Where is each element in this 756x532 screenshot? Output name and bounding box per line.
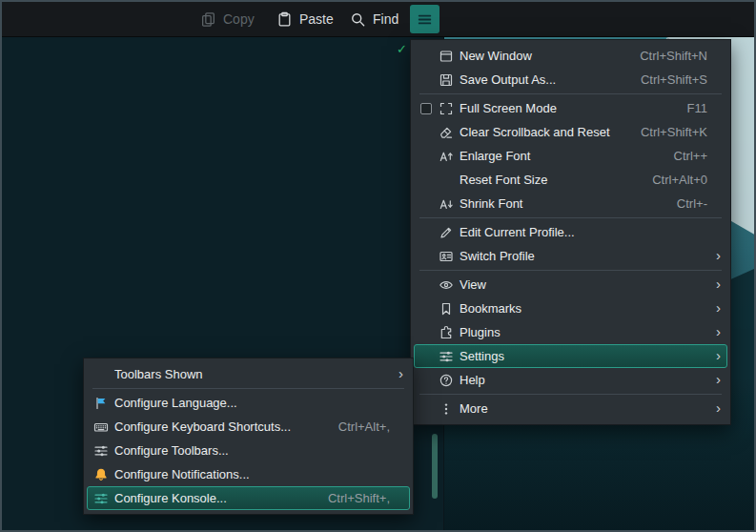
chevron-right-icon: › (711, 348, 721, 362)
shortcut-label: Ctrl+Shift+N (640, 49, 707, 63)
bookmarks-icon (439, 301, 454, 317)
font-up-icon (439, 149, 454, 164)
menu-item-label: Configure Konsole... (114, 491, 227, 505)
menu-item-clear-scrollback-and-reset[interactable]: Clear Scrollback and ResetCtrl+Shift+K (414, 120, 727, 144)
notifications-icon (93, 467, 109, 482)
menu-item-more[interactable]: More› (414, 397, 727, 420)
success-indicator: ✓ (397, 42, 407, 56)
clear-history-icon (439, 125, 454, 140)
menu-item-label: Bookmarks (460, 301, 521, 316)
font-down-icon (439, 196, 454, 212)
menu-separator (419, 394, 722, 395)
menu-item-plugins[interactable]: Plugins› (414, 320, 727, 344)
menu-item-label: New Window (460, 49, 532, 63)
menu-item-label: More (460, 401, 488, 416)
menu-item-label: Settings (460, 349, 504, 363)
menu-item-full-screen-mode[interactable]: Full Screen ModeF11 (414, 96, 727, 120)
menu-item-configure-language[interactable]: Configure Language... (87, 391, 410, 415)
menu-item-label: Help (460, 373, 485, 387)
shortcut-label: F11 (687, 101, 707, 115)
paste-icon (276, 11, 293, 28)
menu-item-label: Save Output As... (460, 72, 556, 87)
copy-button[interactable]: Copy (191, 5, 264, 33)
hamburger-menu-button[interactable] (410, 5, 439, 33)
menu-item-label: Configure Keyboard Shortcuts... (114, 419, 291, 434)
main-menu: New WindowCtrl+Shift+NSave Output As...C… (410, 39, 731, 425)
more-icon (439, 401, 454, 417)
menu-separator (419, 93, 722, 94)
menu-item-edit-current-profile[interactable]: Edit Current Profile... (414, 220, 727, 244)
menu-item-configure-notifications[interactable]: Configure Notifications... (87, 462, 410, 486)
chevron-right-icon: › (711, 400, 721, 415)
chevron-right-icon: › (711, 324, 721, 338)
menu-item-label: Shrink Font (460, 196, 522, 211)
copy-button-label: Copy (223, 11, 255, 27)
menu-item-label: Edit Current Profile... (460, 225, 575, 239)
toolbar: Copy Paste Find (2, 2, 754, 37)
menu-item-label: Reset Font Size (460, 173, 548, 187)
search-icon (350, 11, 366, 28)
shortcut-label: Ctrl+Alt+, (338, 419, 390, 434)
menu-item-label: Full Screen Mode (460, 101, 557, 115)
settings-icon (439, 349, 454, 364)
menu-separator (419, 270, 722, 271)
find-button[interactable]: Find (340, 5, 408, 33)
language-icon (93, 396, 109, 411)
menu-separator (92, 388, 404, 389)
shortcut-label: Ctrl+Shift+K (641, 125, 707, 139)
menu-separator (419, 217, 722, 218)
paste-button[interactable]: Paste (267, 5, 343, 33)
menu-item-bookmarks[interactable]: Bookmarks› (414, 297, 727, 320)
menu-item-view[interactable]: View› (414, 273, 727, 297)
find-button-label: Find (373, 11, 398, 27)
menu-item-label: Switch Profile (460, 249, 535, 263)
menu-item-enlarge-font[interactable]: Enlarge FontCtrl++ (414, 144, 727, 168)
konsole-window: Copy Paste Find ✓ New WindowCtrl+Shift+N… (0, 0, 756, 532)
shortcut-label: Ctrl+- (677, 196, 707, 211)
fullscreen-icon (439, 101, 454, 116)
chevron-right-icon: › (711, 300, 721, 315)
icon-placeholder (439, 173, 454, 188)
toolbars-icon (93, 443, 109, 459)
menu-item-switch-profile[interactable]: Switch Profile› (414, 244, 727, 268)
settings-submenu: Toolbars Shown›Configure Language...Conf… (83, 358, 414, 515)
keyboard-icon (93, 419, 109, 435)
menu-item-configure-keyboard-shortcuts[interactable]: Configure Keyboard Shortcuts...Ctrl+Alt+… (87, 415, 410, 439)
chevron-right-icon: › (711, 372, 721, 386)
menu-item-new-window[interactable]: New WindowCtrl+Shift+N (414, 44, 727, 68)
menu-item-label: Configure Language... (114, 396, 237, 410)
menu-item-label: Enlarge Font (460, 149, 530, 163)
menu-item-shrink-font[interactable]: Shrink FontCtrl+- (414, 192, 727, 215)
paste-button-label: Paste (299, 11, 334, 27)
menu-item-label: Clear Scrollback and Reset (460, 125, 610, 139)
shortcut-label: Ctrl+Shift+S (641, 72, 707, 87)
menu-item-save-output-as[interactable]: Save Output As...Ctrl+Shift+S (414, 68, 727, 92)
menu-item-reset-font-size[interactable]: Reset Font SizeCtrl+Alt+0 (414, 168, 727, 192)
menu-item-toolbars-shown[interactable]: Toolbars Shown› (87, 362, 410, 386)
switch-profile-icon (439, 249, 454, 264)
hamburger-icon (416, 10, 434, 29)
chevron-right-icon: › (394, 366, 403, 380)
shortcut-label: Ctrl+Alt+0 (652, 173, 707, 187)
view-icon (439, 277, 454, 293)
menu-item-settings[interactable]: Settings› (414, 344, 727, 368)
shortcut-label: Ctrl+Shift+, (328, 491, 390, 505)
menu-item-label: Plugins (460, 325, 501, 339)
edit-profile-icon (439, 225, 454, 240)
menu-item-label: Configure Notifications... (114, 467, 250, 481)
menu-item-configure-toolbars[interactable]: Configure Toolbars... (87, 439, 410, 462)
shortcut-label: Ctrl++ (674, 149, 707, 163)
menu-item-label: View (460, 277, 486, 292)
save-icon (439, 72, 454, 88)
chevron-right-icon: › (711, 248, 721, 262)
menu-item-help[interactable]: Help› (414, 368, 727, 392)
plugins-icon (439, 325, 454, 340)
menu-item-label: Configure Toolbars... (114, 443, 229, 458)
help-icon (439, 373, 454, 388)
checkbox-unchecked[interactable] (420, 103, 432, 114)
chevron-right-icon: › (711, 276, 721, 291)
menu-item-configure-konsole[interactable]: Configure Konsole...Ctrl+Shift+, (87, 486, 410, 510)
copy-icon (200, 11, 216, 28)
terminal-scrollbar[interactable] (432, 434, 438, 499)
menu-item-label: Toolbars Shown (114, 367, 203, 381)
